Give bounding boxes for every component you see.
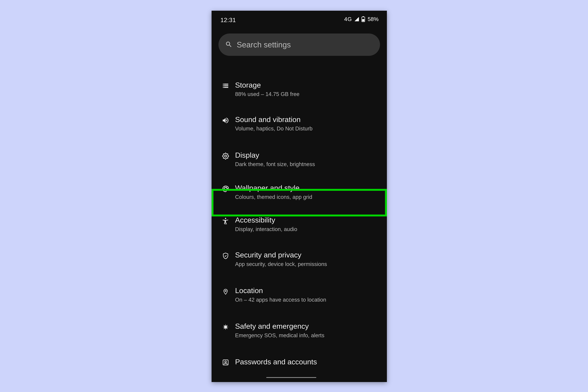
item-passwords-accounts[interactable]: Passwords and accounts [212, 348, 387, 366]
battery-icon [362, 16, 365, 22]
item-location[interactable]: Location On – 42 apps have access to loc… [212, 277, 387, 312]
svg-point-17 [225, 290, 226, 292]
item-security-privacy[interactable]: Security and privacy App security, devic… [212, 241, 387, 277]
svg-point-15 [225, 218, 226, 219]
status-bar: 12:31 4G 58% [212, 11, 387, 25]
svg-point-14 [227, 188, 228, 189]
search-icon [225, 41, 232, 48]
item-title: Passwords and accounts [235, 358, 380, 366]
network-label: 4G [344, 16, 352, 22]
search-placeholder: Search settings [237, 40, 291, 49]
item-sound[interactable]: Sound and vibration Volume, haptics, Do … [212, 106, 387, 141]
item-title: Location [235, 286, 380, 295]
item-display[interactable]: Display Dark theme, font size, brightnes… [212, 141, 387, 177]
svg-point-6 [224, 84, 224, 84]
item-wallpaper-style[interactable]: Wallpaper and style Colours, themed icon… [212, 177, 387, 206]
item-sub: On – 42 apps have access to location [235, 296, 380, 303]
shield-icon [222, 252, 229, 260]
item-sub: Display, interaction, audio [235, 226, 380, 232]
item-sub: Dark theme, font size, brightness [235, 161, 380, 168]
item-sub: App security, device lock, permissions [235, 261, 380, 268]
item-title: Display [235, 151, 380, 159]
svg-point-19 [225, 361, 226, 363]
item-title: Storage [235, 81, 380, 89]
svg-point-12 [225, 187, 225, 188]
account-icon [222, 359, 229, 366]
search-settings-field[interactable]: Search settings [218, 34, 380, 56]
brightness-icon [222, 152, 230, 160]
svg-rect-2 [362, 19, 364, 21]
accessibility-icon [222, 217, 230, 225]
item-title: Sound and vibration [235, 115, 380, 124]
item-sub: Volume, haptics, Do Not Disturb [235, 125, 380, 132]
svg-marker-9 [222, 153, 229, 159]
item-sub: Emergency SOS, medical info, alerts [235, 332, 380, 339]
item-sub: 88% used – 14.75 GB free [235, 91, 380, 98]
item-storage[interactable]: Storage 88% used – 14.75 GB free [212, 75, 387, 106]
palette-icon [222, 185, 230, 193]
strikethrough-line [266, 377, 316, 378]
settings-list: Storage 88% used – 14.75 GB free Sound a… [212, 75, 387, 366]
phone-frame: 12:31 4G 58% Search settings [212, 11, 387, 382]
svg-point-8 [224, 87, 224, 88]
emergency-icon [222, 323, 229, 331]
svg-rect-16 [224, 224, 227, 224]
status-right: 4G 58% [344, 16, 378, 22]
svg-point-11 [224, 188, 224, 189]
item-title: Safety and emergency [235, 322, 380, 330]
battery-percent: 58% [368, 16, 378, 22]
location-icon [222, 288, 229, 296]
svg-point-7 [224, 86, 224, 86]
item-sub: Colours, themed icons, app grid [235, 194, 380, 200]
item-safety-emergency[interactable]: Safety and emergency Emergency SOS, medi… [212, 312, 387, 348]
sound-icon [222, 117, 230, 125]
item-title: Accessibility [235, 216, 380, 224]
signal-icon [354, 16, 359, 22]
clock: 12:31 [220, 17, 236, 24]
storage-icon [222, 82, 229, 90]
item-accessibility[interactable]: Accessibility Display, interaction, audi… [212, 206, 387, 241]
svg-point-10 [224, 155, 226, 157]
item-title: Security and privacy [235, 251, 380, 259]
svg-point-13 [226, 187, 227, 188]
item-title: Wallpaper and style [235, 184, 380, 192]
